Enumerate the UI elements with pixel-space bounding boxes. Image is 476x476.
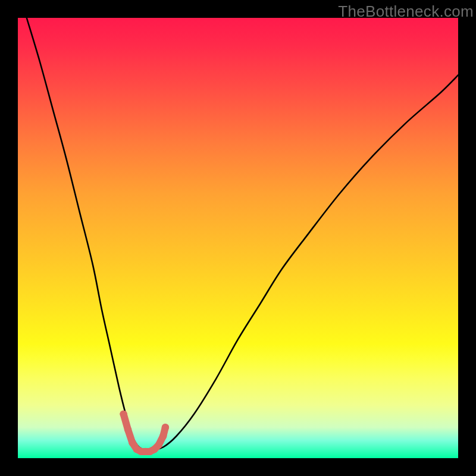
bottom-highlight-dot — [162, 424, 169, 431]
bottom-highlight-dot — [155, 441, 162, 449]
plot-area — [18, 18, 458, 458]
bottom-highlight-dot — [124, 426, 131, 433]
chart-svg — [18, 18, 458, 458]
watermark-text: TheBottleneck.com — [338, 2, 474, 21]
bottom-highlight-dot — [120, 411, 127, 418]
chart-frame: TheBottleneck.com — [0, 0, 476, 476]
bottom-highlight-dot — [129, 439, 136, 446]
bottom-highlight-dot — [159, 433, 167, 440]
bottleneck-curve — [27, 18, 458, 450]
